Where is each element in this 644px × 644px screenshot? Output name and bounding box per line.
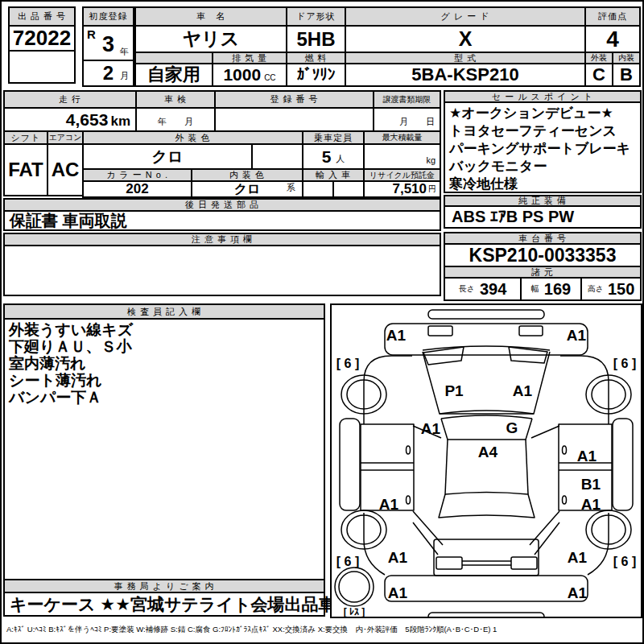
auction-no-header: 出 品 番 号: [8, 6, 76, 27]
tire-label-front-right: [ 6 ]: [613, 357, 636, 370]
chassis-value: KSP210-0033353: [444, 243, 642, 267]
damage-label-hood-right: A1: [513, 382, 533, 399]
tire-label-rear-right: [ 6 ]: [613, 555, 636, 568]
damage-label-door-rear-right-lower: A1: [581, 496, 601, 513]
dimension-width-cell: 幅 169: [520, 277, 582, 301]
notes-box: [3, 245, 441, 296]
first-reg-year-unit: 年: [120, 46, 129, 58]
car-name-value: ヤリス: [134, 25, 287, 53]
front-bumper: [385, 324, 588, 355]
recycle-cell: 7,510 円: [363, 180, 441, 198]
mileage-unit: km: [110, 114, 130, 130]
color-no-value: 202: [82, 180, 192, 198]
damage-label-quarter-left: A1: [388, 549, 408, 566]
height-value: 150: [608, 280, 634, 299]
int-color-cell: クロ 系: [191, 180, 303, 198]
grade-header: グ レ ー ド: [345, 6, 586, 27]
reg-no-header: 登 録 番 号: [214, 90, 374, 109]
roof-edge-left: [445, 440, 448, 494]
displacement-cell: 1000 CC: [212, 63, 287, 87]
equipment-value: ABS ｴｱB PS PW: [444, 205, 642, 229]
mileage-value: 4,653: [66, 110, 109, 130]
tire-label-front-left: [ 6 ]: [336, 357, 359, 370]
sales-point-line: ★オークションデビュー★: [449, 105, 613, 122]
history-value: 自家用: [134, 63, 213, 87]
sales-point-line: トヨタセーフティーセンス: [449, 122, 617, 140]
shift-value: FAT: [3, 143, 48, 196]
width-value: 169: [544, 280, 571, 299]
mileage-header: 走 行: [3, 90, 137, 109]
capacity-value: 5: [322, 147, 332, 167]
damage-label-door-rear-right-upper: B1: [581, 476, 601, 493]
legend-text: A:ｷｽﾞ U:ﾍｺﾐ B:ｷｽﾞを伴うﾍｺﾐ P:要塗装 W:補修跡 S:錆 …: [6, 625, 641, 635]
model-code-value: 5BA-KSP210: [345, 63, 586, 87]
score-header: 評価点: [584, 6, 641, 27]
int-color-value: クロ: [234, 181, 261, 198]
inspector-note-line: 外装うすい線キズ: [9, 321, 133, 338]
tire-label-rear-left: [ 6 ]: [336, 555, 359, 568]
inspection-header: 車 検: [135, 90, 216, 109]
rocker-right: [613, 419, 633, 510]
roof-edge-right: [526, 440, 528, 494]
inspection-cell: 年 月: [135, 107, 216, 132]
max-load-cell: kg: [363, 143, 441, 170]
rocker-left: [340, 419, 360, 510]
interior-value: B: [612, 63, 641, 87]
damage-label-hood-left: P1: [444, 382, 464, 399]
rear-bumper: [385, 576, 588, 601]
damage-label-cowl-left: A1: [421, 420, 441, 437]
first-reg-month: 2: [103, 62, 114, 85]
length-value: 394: [480, 280, 506, 299]
auction-no-value: 72022: [8, 25, 76, 52]
displacement-value: 1000: [223, 65, 261, 85]
sales-point-line: バックモニター: [449, 158, 547, 175]
damage-label-roof: A4: [478, 444, 498, 460]
damage-label-quarter-right: A1: [568, 549, 588, 566]
height-label: 高さ: [588, 283, 604, 295]
reg-no-cell: [214, 107, 374, 132]
office-value: キーケース ★★宮城サテライト会場出品車★★: [3, 592, 325, 617]
rear-window: [439, 493, 535, 518]
recycle-value: 7,510: [392, 181, 427, 197]
import-cell-right: [332, 180, 365, 198]
inspector-note-line: シート薄汚れ: [9, 372, 101, 389]
transfer-deadline-cell: 月 日: [373, 107, 441, 132]
recycle-unit: 円: [428, 184, 436, 195]
first-reg-year: 3: [102, 32, 114, 57]
sales-point-line: パーキングサポートブレーキ: [449, 140, 630, 158]
width-label: 幅: [531, 283, 539, 295]
rear-plate-strip: [428, 613, 544, 617]
inspector-note-line: 室内薄汚れ: [9, 355, 85, 372]
spare-tire-label: [ ﾚｽ ]: [344, 606, 365, 617]
int-color-suffix: 系: [287, 182, 295, 194]
fender-front-left: [364, 356, 412, 424]
dimension-length-cell: 長さ 394: [444, 277, 522, 301]
damage-label-door-rear-left: A1: [379, 496, 399, 513]
sales-points-box: ★オークションデビュー★ トヨタセーフティーセンス パーキングサポートブレーキ …: [444, 101, 642, 193]
car-name-header: 車 名: [134, 6, 287, 27]
damage-label-front-bumper-left: A1: [386, 327, 407, 344]
import-cell-left: [302, 180, 334, 198]
damage-label-rear-bumper-left: A1: [388, 584, 408, 601]
displacement-unit: CC: [264, 73, 275, 82]
inspector-note-line: バンパー下Ａ: [9, 389, 101, 406]
front-plate-strip: [428, 310, 544, 319]
first-reg-month-cell: 2 月: [82, 60, 134, 87]
length-label: 長さ: [459, 283, 475, 295]
first-reg-era: R: [87, 27, 96, 41]
ext-color-empty-cell: [251, 143, 303, 170]
fender-front-right: [560, 356, 609, 424]
grade-value: X: [345, 25, 586, 53]
damage-diagram-panel: A1 A1 P1 A1 A1 G A4 A1 B1 A1 A1 A1 A1 A1…: [330, 303, 642, 618]
door-value: 5HB: [286, 25, 346, 53]
transfer-deadline-header: 譲渡書類期限: [373, 90, 441, 109]
sales-point-line: 寒冷地仕様: [449, 175, 518, 193]
door-header: ドア形状: [286, 6, 346, 27]
first-reg-header: 初度登録: [82, 6, 134, 27]
auction-sheet: 出 品 番 号 72022 初度登録 R 3 年 2 月 車 名 ヤリス 自家用…: [0, 0, 644, 644]
fuel-value: ｶﾞｿﾘﾝ: [286, 63, 346, 87]
first-reg-month-unit: 月: [120, 70, 129, 82]
aircon-value: AC: [47, 143, 84, 196]
exterior-value: C: [584, 63, 613, 87]
auction-no-empty-box: [8, 50, 76, 84]
